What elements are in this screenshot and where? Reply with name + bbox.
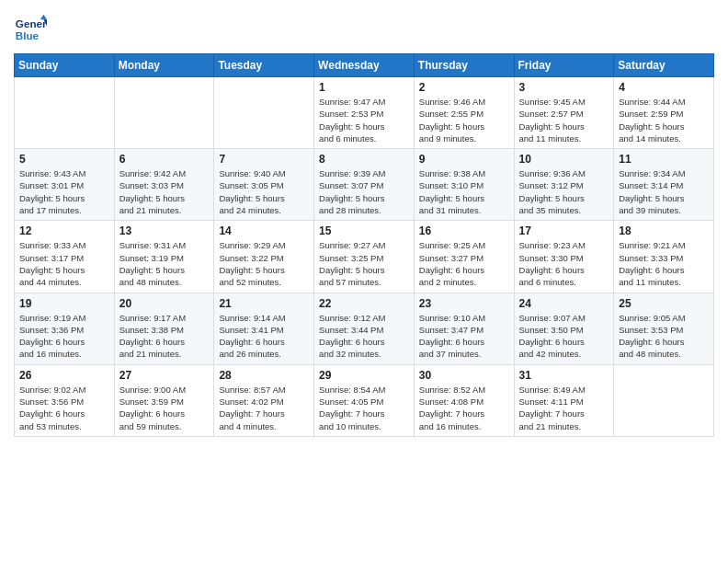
day-info: Sunrise: 9:10 AM Sunset: 3:47 PM Dayligh… xyxy=(419,312,509,361)
day-number: 21 xyxy=(219,297,309,310)
calendar-cell: 19Sunrise: 9:19 AM Sunset: 3:36 PM Dayli… xyxy=(15,293,115,364)
day-number: 4 xyxy=(619,81,709,94)
day-number: 22 xyxy=(319,297,409,310)
day-number: 12 xyxy=(19,224,109,237)
day-number: 15 xyxy=(319,224,409,237)
calendar-cell: 28Sunrise: 8:57 AM Sunset: 4:02 PM Dayli… xyxy=(214,364,314,436)
weekday-header-saturday: Saturday xyxy=(614,54,714,77)
day-number: 9 xyxy=(419,153,509,166)
day-info: Sunrise: 9:39 AM Sunset: 3:07 PM Dayligh… xyxy=(319,167,409,216)
calendar-cell: 6Sunrise: 9:42 AM Sunset: 3:03 PM Daylig… xyxy=(114,149,214,221)
week-row-4: 19Sunrise: 9:19 AM Sunset: 3:36 PM Dayli… xyxy=(15,293,714,364)
day-info: Sunrise: 9:43 AM Sunset: 3:01 PM Dayligh… xyxy=(19,167,109,216)
day-info: Sunrise: 9:31 AM Sunset: 3:19 PM Dayligh… xyxy=(119,239,210,288)
page: General Blue SundayMondayTuesdayWednesda… xyxy=(0,0,728,563)
calendar-cell: 2Sunrise: 9:46 AM Sunset: 2:55 PM Daylig… xyxy=(414,77,514,149)
day-number: 30 xyxy=(419,369,509,382)
calendar-cell: 13Sunrise: 9:31 AM Sunset: 3:19 PM Dayli… xyxy=(114,221,214,293)
weekday-header-wednesday: Wednesday xyxy=(314,54,415,77)
day-info: Sunrise: 9:42 AM Sunset: 3:03 PM Dayligh… xyxy=(119,167,210,216)
weekday-header-sunday: Sunday xyxy=(15,54,115,77)
calendar-cell: 20Sunrise: 9:17 AM Sunset: 3:38 PM Dayli… xyxy=(114,293,214,364)
day-info: Sunrise: 9:38 AM Sunset: 3:10 PM Dayligh… xyxy=(419,167,509,216)
calendar-cell xyxy=(614,364,714,436)
day-number: 2 xyxy=(419,81,509,94)
calendar-cell: 30Sunrise: 8:52 AM Sunset: 4:08 PM Dayli… xyxy=(414,364,514,436)
day-info: Sunrise: 9:25 AM Sunset: 3:27 PM Dayligh… xyxy=(419,239,509,288)
day-number: 27 xyxy=(119,369,210,382)
calendar-cell xyxy=(15,77,115,149)
day-number: 8 xyxy=(319,153,409,166)
day-number: 11 xyxy=(619,153,709,166)
day-number: 17 xyxy=(519,224,609,237)
calendar-cell: 7Sunrise: 9:40 AM Sunset: 3:05 PM Daylig… xyxy=(214,149,314,221)
week-row-3: 12Sunrise: 9:33 AM Sunset: 3:17 PM Dayli… xyxy=(15,221,714,293)
calendar-table: SundayMondayTuesdayWednesdayThursdayFrid… xyxy=(14,53,714,437)
weekday-header-tuesday: Tuesday xyxy=(214,54,314,77)
day-number: 10 xyxy=(519,153,609,166)
day-number: 29 xyxy=(319,369,409,382)
calendar-cell: 15Sunrise: 9:27 AM Sunset: 3:25 PM Dayli… xyxy=(314,221,415,293)
day-number: 6 xyxy=(119,153,210,166)
day-info: Sunrise: 9:34 AM Sunset: 3:14 PM Dayligh… xyxy=(619,167,709,216)
calendar-cell: 17Sunrise: 9:23 AM Sunset: 3:30 PM Dayli… xyxy=(514,221,614,293)
day-info: Sunrise: 9:40 AM Sunset: 3:05 PM Dayligh… xyxy=(219,167,309,216)
day-info: Sunrise: 9:44 AM Sunset: 2:59 PM Dayligh… xyxy=(619,96,709,144)
day-info: Sunrise: 9:19 AM Sunset: 3:36 PM Dayligh… xyxy=(19,312,109,361)
day-number: 23 xyxy=(419,297,509,310)
day-info: Sunrise: 9:02 AM Sunset: 3:56 PM Dayligh… xyxy=(19,384,109,432)
calendar-cell: 22Sunrise: 9:12 AM Sunset: 3:44 PM Dayli… xyxy=(314,293,415,364)
day-number: 28 xyxy=(219,369,309,382)
day-info: Sunrise: 8:54 AM Sunset: 4:05 PM Dayligh… xyxy=(319,384,409,432)
week-row-2: 5Sunrise: 9:43 AM Sunset: 3:01 PM Daylig… xyxy=(15,149,714,221)
calendar-cell: 1Sunrise: 9:47 AM Sunset: 2:53 PM Daylig… xyxy=(314,77,415,149)
weekday-header-thursday: Thursday xyxy=(414,54,514,77)
calendar-cell: 9Sunrise: 9:38 AM Sunset: 3:10 PM Daylig… xyxy=(414,149,514,221)
day-number: 26 xyxy=(19,369,109,382)
calendar-cell xyxy=(214,77,314,149)
calendar-cell: 3Sunrise: 9:45 AM Sunset: 2:57 PM Daylig… xyxy=(514,77,614,149)
day-number: 3 xyxy=(519,81,609,94)
day-info: Sunrise: 9:21 AM Sunset: 3:33 PM Dayligh… xyxy=(619,239,709,288)
day-info: Sunrise: 8:49 AM Sunset: 4:11 PM Dayligh… xyxy=(519,384,609,432)
weekday-header-monday: Monday xyxy=(114,54,214,77)
calendar-cell: 18Sunrise: 9:21 AM Sunset: 3:33 PM Dayli… xyxy=(614,221,714,293)
calendar-cell: 24Sunrise: 9:07 AM Sunset: 3:50 PM Dayli… xyxy=(514,293,614,364)
day-info: Sunrise: 9:00 AM Sunset: 3:59 PM Dayligh… xyxy=(119,384,210,432)
day-number: 18 xyxy=(619,224,709,237)
day-number: 13 xyxy=(119,224,210,237)
day-info: Sunrise: 9:23 AM Sunset: 3:30 PM Dayligh… xyxy=(519,239,609,288)
day-info: Sunrise: 9:27 AM Sunset: 3:25 PM Dayligh… xyxy=(319,239,409,288)
calendar-cell: 4Sunrise: 9:44 AM Sunset: 2:59 PM Daylig… xyxy=(614,77,714,149)
day-number: 20 xyxy=(119,297,210,310)
calendar-cell: 26Sunrise: 9:02 AM Sunset: 3:56 PM Dayli… xyxy=(15,364,115,436)
calendar-cell: 23Sunrise: 9:10 AM Sunset: 3:47 PM Dayli… xyxy=(414,293,514,364)
day-number: 7 xyxy=(219,153,309,166)
weekday-header-row: SundayMondayTuesdayWednesdayThursdayFrid… xyxy=(15,54,714,77)
day-info: Sunrise: 8:52 AM Sunset: 4:08 PM Dayligh… xyxy=(419,384,509,432)
logo: General Blue xyxy=(14,13,47,46)
calendar-cell: 29Sunrise: 8:54 AM Sunset: 4:05 PM Dayli… xyxy=(314,364,415,436)
day-info: Sunrise: 9:29 AM Sunset: 3:22 PM Dayligh… xyxy=(219,239,309,288)
day-info: Sunrise: 9:33 AM Sunset: 3:17 PM Dayligh… xyxy=(19,239,109,288)
day-number: 16 xyxy=(419,224,509,237)
day-number: 14 xyxy=(219,224,309,237)
day-info: Sunrise: 9:05 AM Sunset: 3:53 PM Dayligh… xyxy=(619,312,709,361)
calendar-cell: 10Sunrise: 9:36 AM Sunset: 3:12 PM Dayli… xyxy=(514,149,614,221)
day-info: Sunrise: 9:14 AM Sunset: 3:41 PM Dayligh… xyxy=(219,312,309,361)
day-info: Sunrise: 9:46 AM Sunset: 2:55 PM Dayligh… xyxy=(419,96,509,144)
day-number: 1 xyxy=(319,81,409,94)
day-info: Sunrise: 9:45 AM Sunset: 2:57 PM Dayligh… xyxy=(519,96,609,144)
header: General Blue xyxy=(14,9,714,46)
day-number: 24 xyxy=(519,297,609,310)
day-info: Sunrise: 9:12 AM Sunset: 3:44 PM Dayligh… xyxy=(319,312,409,361)
calendar-cell: 12Sunrise: 9:33 AM Sunset: 3:17 PM Dayli… xyxy=(15,221,115,293)
calendar-cell: 25Sunrise: 9:05 AM Sunset: 3:53 PM Dayli… xyxy=(614,293,714,364)
day-info: Sunrise: 9:47 AM Sunset: 2:53 PM Dayligh… xyxy=(319,96,409,144)
day-number: 19 xyxy=(19,297,109,310)
day-info: Sunrise: 9:17 AM Sunset: 3:38 PM Dayligh… xyxy=(119,312,210,361)
day-number: 31 xyxy=(519,369,609,382)
day-info: Sunrise: 9:07 AM Sunset: 3:50 PM Dayligh… xyxy=(519,312,609,361)
calendar-cell: 31Sunrise: 8:49 AM Sunset: 4:11 PM Dayli… xyxy=(514,364,614,436)
svg-text:Blue: Blue xyxy=(16,29,40,41)
